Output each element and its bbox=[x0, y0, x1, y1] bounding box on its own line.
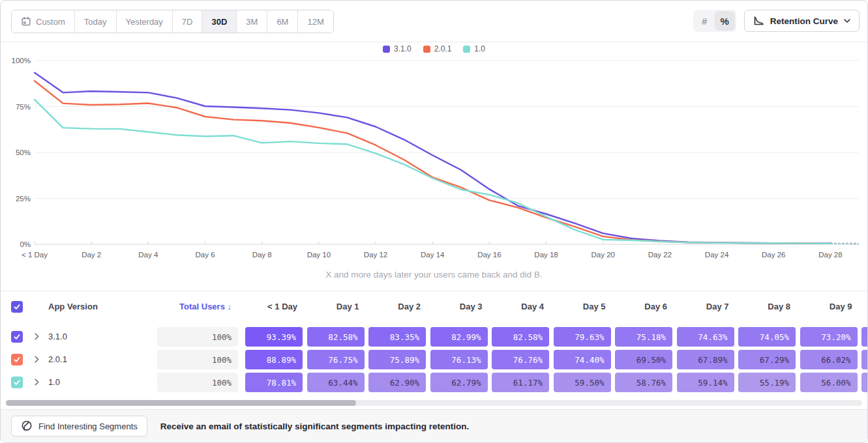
retention-cell-partial[interactable] bbox=[861, 373, 868, 392]
series-line-2-0-1 bbox=[35, 81, 830, 244]
date-range-yesterday[interactable]: Yesterday bbox=[116, 10, 172, 33]
retention-curve-icon bbox=[753, 16, 764, 26]
retention-cell[interactable]: 59.14% bbox=[677, 373, 734, 392]
x-axis-label: Day 6 bbox=[195, 251, 215, 259]
y-axis-label: 100% bbox=[12, 57, 31, 64]
retention-cell[interactable]: 73.20% bbox=[800, 327, 858, 347]
select-all-checkbox[interactable] bbox=[11, 301, 23, 313]
date-range-group: CustomTodayYesterday7D30D3M6M12M bbox=[11, 10, 334, 33]
retention-cell-partial[interactable] bbox=[861, 327, 868, 347]
retention-cell[interactable]: 75.89% bbox=[368, 350, 426, 369]
x-axis-label: Day 4 bbox=[138, 251, 158, 259]
retention-table: App VersionTotal Users ↓< 1 DayDay 1Day … bbox=[1, 291, 867, 401]
retention-cell[interactable]: 79.63% bbox=[554, 327, 611, 347]
calendar-icon bbox=[21, 16, 31, 27]
x-axis-label: < 1 Day bbox=[22, 251, 48, 259]
retention-cell[interactable]: 82.99% bbox=[430, 327, 488, 347]
retention-cell[interactable]: 74.40% bbox=[554, 350, 611, 369]
retention-cell[interactable]: 76.75% bbox=[307, 350, 365, 369]
find-interesting-segments-button[interactable]: Find Interesting Segments bbox=[11, 416, 147, 436]
retention-cell[interactable]: 82.58% bbox=[307, 327, 365, 347]
column-header-day-2: Day 2 bbox=[368, 302, 421, 311]
x-axis-label: Day 26 bbox=[762, 251, 785, 259]
retention-cell[interactable]: 76.76% bbox=[492, 350, 549, 369]
horizontal-scrollbar-thumb[interactable] bbox=[6, 400, 356, 406]
column-header-day-8: Day 8 bbox=[738, 302, 790, 311]
row-label-3-1-0: 3.1.0 bbox=[48, 332, 67, 341]
date-range-today[interactable]: Today bbox=[74, 10, 116, 33]
retention-cell[interactable]: 67.29% bbox=[738, 350, 796, 369]
retention-cell-partial[interactable] bbox=[861, 350, 868, 369]
x-axis-label: Day 2 bbox=[82, 251, 101, 259]
check-icon bbox=[13, 356, 21, 364]
retention-cell[interactable]: 59.50% bbox=[554, 373, 611, 392]
row-label-2-0-1: 2.0.1 bbox=[48, 354, 67, 364]
series-line-3-1-0 bbox=[35, 73, 830, 244]
column-header-day-9: Day 9 bbox=[800, 302, 852, 311]
retention-cell[interactable]: 83.35% bbox=[368, 327, 426, 347]
absolute-numbers-toggle[interactable]: # bbox=[695, 11, 715, 31]
retention-cell[interactable]: 55.19% bbox=[738, 373, 796, 392]
row-checkbox-2-0-1[interactable] bbox=[11, 354, 23, 365]
retention-cell[interactable]: 62.79% bbox=[430, 373, 488, 392]
row-checkbox-1-0[interactable] bbox=[11, 377, 23, 388]
x-axis-label: Day 28 bbox=[818, 251, 842, 259]
chart-type-dropdown[interactable]: Retention Curve bbox=[744, 10, 860, 32]
date-range-12m[interactable]: 12M bbox=[297, 10, 333, 33]
date-range-7d[interactable]: 7D bbox=[172, 10, 202, 33]
retention-cell[interactable]: 88.89% bbox=[245, 350, 303, 369]
chevron-right-icon bbox=[35, 333, 39, 340]
retention-cell[interactable]: 69.50% bbox=[615, 350, 672, 369]
retention-cell[interactable]: 76.13% bbox=[430, 350, 488, 369]
date-range-3m[interactable]: 3M bbox=[236, 10, 267, 33]
footer-bar: Find Interesting Segments Receive an ema… bbox=[1, 409, 867, 442]
retention-cell[interactable]: 74.63% bbox=[677, 327, 734, 347]
footer-note: Receive an email of statistically signif… bbox=[160, 422, 469, 431]
column-header-day-6: Day 6 bbox=[615, 302, 667, 311]
date-range-label: 30D bbox=[211, 17, 227, 27]
retention-cell[interactable]: 74.05% bbox=[738, 327, 796, 347]
date-range-label: 7D bbox=[182, 17, 193, 27]
retention-cell[interactable]: 78.81% bbox=[245, 373, 303, 392]
retention-cell[interactable]: 82.58% bbox=[492, 327, 549, 347]
retention-cell[interactable]: 67.89% bbox=[677, 350, 734, 369]
y-axis-label: 0% bbox=[20, 240, 31, 248]
retention-chart: 3.1.02.0.11.0 100%75%50%25%0%< 1 DayDay … bbox=[1, 42, 867, 285]
date-range-custom[interactable]: Custom bbox=[12, 10, 74, 33]
percentage-toggle[interactable]: % bbox=[715, 11, 735, 31]
date-range-label: Today bbox=[84, 17, 107, 27]
row-expand-chevron[interactable] bbox=[35, 356, 39, 363]
retention-cell[interactable]: 75.18% bbox=[615, 327, 672, 347]
row-label-1-0: 1.0 bbox=[48, 377, 60, 387]
row-checkbox-3-1-0[interactable] bbox=[11, 331, 23, 343]
total-users-cell: 100% bbox=[157, 327, 238, 347]
date-range-30d[interactable]: 30D bbox=[202, 10, 236, 33]
horizontal-scrollbar-track[interactable] bbox=[6, 400, 862, 406]
column-header-day-7: Day 7 bbox=[677, 302, 729, 311]
check-icon bbox=[13, 333, 21, 341]
retention-report-panel: CustomTodayYesterday7D30D3M6M12M #% Rete… bbox=[0, 0, 868, 443]
column-header-day-3: Day 3 bbox=[430, 302, 483, 311]
y-axis-label: 75% bbox=[16, 103, 31, 111]
retention-cell[interactable]: 66.02% bbox=[800, 350, 858, 369]
toolbar: CustomTodayYesterday7D30D3M6M12M #% Rete… bbox=[1, 1, 867, 42]
retention-cell[interactable]: 58.76% bbox=[615, 373, 672, 392]
retention-cell[interactable]: 56.00% bbox=[800, 373, 858, 392]
date-range-6m[interactable]: 6M bbox=[267, 10, 297, 33]
find-interesting-segments-label: Find Interesting Segments bbox=[38, 422, 138, 431]
column-header-total-users[interactable]: Total Users ↓ bbox=[157, 302, 232, 311]
date-range-label: 6M bbox=[277, 17, 288, 27]
row-expand-chevron[interactable] bbox=[35, 379, 39, 386]
x-axis-label: Day 12 bbox=[364, 251, 387, 259]
retention-cell[interactable]: 62.90% bbox=[368, 373, 426, 392]
x-axis-label: Day 16 bbox=[477, 251, 501, 259]
date-range-label: 12M bbox=[307, 17, 323, 27]
retention-cell[interactable]: 63.44% bbox=[307, 373, 365, 392]
row-expand-chevron[interactable] bbox=[35, 333, 39, 340]
retention-cell[interactable]: 61.17% bbox=[492, 373, 549, 392]
retention-cell[interactable]: 93.39% bbox=[245, 327, 303, 347]
column-header-day-1: Day 1 bbox=[307, 302, 359, 311]
x-axis-label: Day 14 bbox=[421, 251, 445, 259]
segments-insight-icon bbox=[21, 420, 33, 432]
x-axis-label: Day 20 bbox=[591, 251, 615, 259]
